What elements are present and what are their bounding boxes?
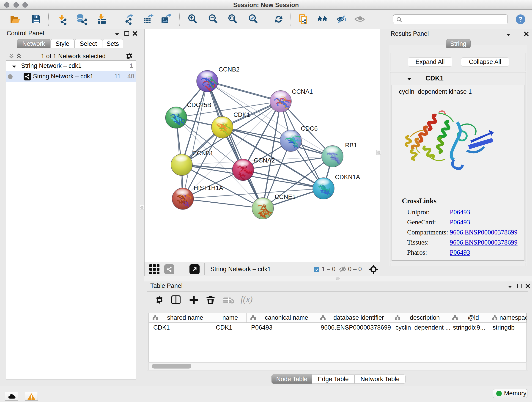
svg-text:CCNE1: CCNE1 (275, 193, 296, 200)
svg-text:RB1: RB1 (345, 142, 357, 149)
svg-text:CDKN1A: CDKN1A (335, 174, 360, 181)
svg-text:CCNB2: CCNB2 (219, 66, 240, 73)
svg-text:CCNA2: CCNA2 (254, 157, 275, 164)
svg-text:CDC6: CDC6 (301, 125, 318, 132)
svg-text:CCNB1: CCNB1 (192, 150, 214, 157)
svg-text:CDC25B: CDC25B (187, 102, 211, 108)
svg-text:CCNA1: CCNA1 (292, 88, 313, 95)
svg-text:CDK1: CDK1 (234, 111, 250, 118)
svg-text:HIST1H1A: HIST1H1A (194, 185, 223, 191)
